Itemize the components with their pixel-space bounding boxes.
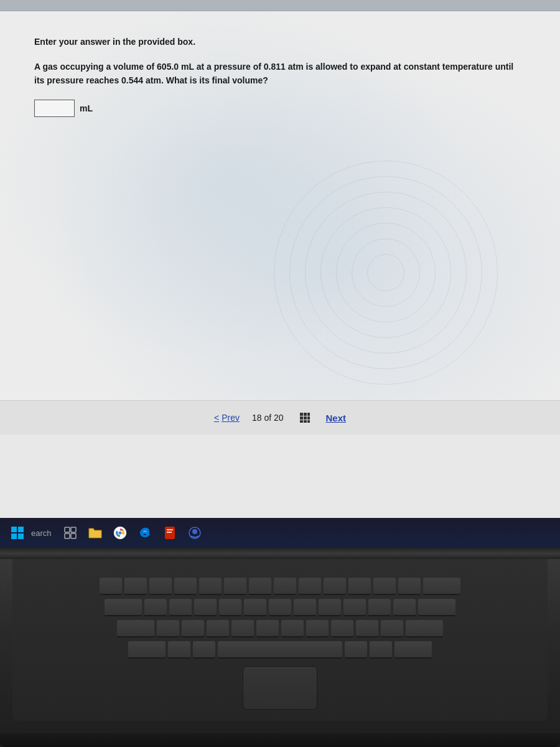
key[interactable] xyxy=(331,620,353,637)
key[interactable] xyxy=(319,599,341,616)
answer-input[interactable] xyxy=(34,100,75,117)
svg-rect-6 xyxy=(300,420,303,423)
key[interactable] xyxy=(406,620,443,637)
svg-rect-14 xyxy=(71,527,76,532)
key[interactable] xyxy=(394,641,432,659)
key[interactable] xyxy=(174,578,197,595)
laptop-keyboard-area xyxy=(12,559,548,721)
key[interactable] xyxy=(274,578,296,595)
key[interactable] xyxy=(418,599,455,616)
chrome-icon[interactable] xyxy=(109,522,131,544)
taskbar-search-label: earch xyxy=(31,529,52,538)
svg-rect-4 xyxy=(304,416,307,420)
key[interactable] xyxy=(224,578,246,595)
laptop-hinge xyxy=(0,548,560,559)
svg-rect-13 xyxy=(65,527,70,532)
browser-top-bar xyxy=(0,0,560,11)
edge-icon[interactable] xyxy=(134,522,156,544)
key[interactable] xyxy=(231,620,254,637)
key[interactable] xyxy=(168,641,190,659)
laptop-bottom-edge xyxy=(0,733,560,747)
key[interactable] xyxy=(182,620,204,637)
task-view-icon[interactable] xyxy=(59,522,82,544)
svg-rect-5 xyxy=(307,416,310,420)
watermark xyxy=(261,148,510,397)
svg-rect-7 xyxy=(304,420,307,423)
key[interactable] xyxy=(244,599,266,616)
key[interactable] xyxy=(219,599,241,616)
key[interactable] xyxy=(193,641,215,659)
key-row-3 xyxy=(31,620,529,637)
key[interactable] xyxy=(269,599,291,616)
key[interactable] xyxy=(381,620,403,637)
instruction-text: Enter your answer in the provided box. xyxy=(34,36,526,49)
key[interactable] xyxy=(368,599,391,616)
key[interactable] xyxy=(345,641,367,659)
quiz-content: Enter your answer in the provided box. A… xyxy=(34,36,526,117)
svg-rect-9 xyxy=(11,527,17,532)
svg-point-19 xyxy=(118,532,121,535)
taskbar: earch xyxy=(0,518,560,548)
svg-rect-22 xyxy=(167,532,172,533)
quiz-area: Enter your answer in the provided box. A… xyxy=(0,11,560,435)
key-row-spacebar xyxy=(31,641,529,659)
key[interactable] xyxy=(169,599,192,616)
touchpad[interactable] xyxy=(243,666,317,710)
key[interactable] xyxy=(324,578,346,595)
key[interactable] xyxy=(306,620,329,637)
key[interactable] xyxy=(423,578,460,595)
svg-rect-1 xyxy=(304,413,307,416)
key[interactable] xyxy=(256,620,279,637)
key[interactable] xyxy=(294,599,316,616)
key-row-1 xyxy=(31,578,529,595)
unit-label: mL xyxy=(80,103,93,113)
next-button[interactable]: Next xyxy=(326,413,347,423)
keyboard-rows xyxy=(31,578,529,659)
prev-button[interactable]: Prev xyxy=(214,413,240,423)
svg-rect-12 xyxy=(18,533,24,539)
file-explorer-icon[interactable] xyxy=(84,522,106,544)
cortana-icon[interactable] xyxy=(184,522,206,544)
key[interactable] xyxy=(100,578,122,595)
key[interactable] xyxy=(281,620,304,637)
svg-rect-16 xyxy=(71,533,76,538)
key[interactable] xyxy=(343,599,366,616)
key[interactable] xyxy=(249,578,271,595)
grid-icon[interactable] xyxy=(300,413,310,423)
key[interactable] xyxy=(356,620,378,637)
key[interactable] xyxy=(144,599,167,616)
shift-key[interactable] xyxy=(128,641,166,659)
key[interactable] xyxy=(348,578,371,595)
svg-rect-8 xyxy=(307,420,310,423)
key[interactable] xyxy=(105,599,142,616)
key[interactable] xyxy=(117,620,154,637)
svg-rect-21 xyxy=(167,529,173,530)
svg-rect-15 xyxy=(65,533,70,538)
key[interactable] xyxy=(370,641,392,659)
key-row-2 xyxy=(31,599,529,616)
windows-start-button[interactable] xyxy=(6,522,29,544)
key[interactable] xyxy=(194,599,217,616)
svg-rect-10 xyxy=(18,527,24,532)
svg-rect-0 xyxy=(300,413,303,416)
svg-rect-11 xyxy=(11,533,17,539)
notes-icon[interactable] xyxy=(159,522,181,544)
key[interactable] xyxy=(373,578,396,595)
laptop-screen: Enter your answer in the provided box. A… xyxy=(0,0,560,548)
svg-point-24 xyxy=(192,529,197,534)
spacebar-key[interactable] xyxy=(218,641,342,659)
laptop-body xyxy=(0,548,560,747)
key[interactable] xyxy=(157,620,179,637)
answer-row: mL xyxy=(34,100,526,117)
svg-rect-3 xyxy=(300,416,303,420)
key[interactable] xyxy=(199,578,222,595)
key[interactable] xyxy=(299,578,321,595)
navigation-bar: Prev 18 of 20 xyxy=(0,400,560,435)
key[interactable] xyxy=(393,599,416,616)
key[interactable] xyxy=(398,578,421,595)
key[interactable] xyxy=(124,578,147,595)
key[interactable] xyxy=(149,578,172,595)
question-text: A gas occupying a volume of 605.0 mL at … xyxy=(34,60,526,88)
browser-window: Enter your answer in the provided box. A… xyxy=(0,0,560,548)
key[interactable] xyxy=(207,620,229,637)
